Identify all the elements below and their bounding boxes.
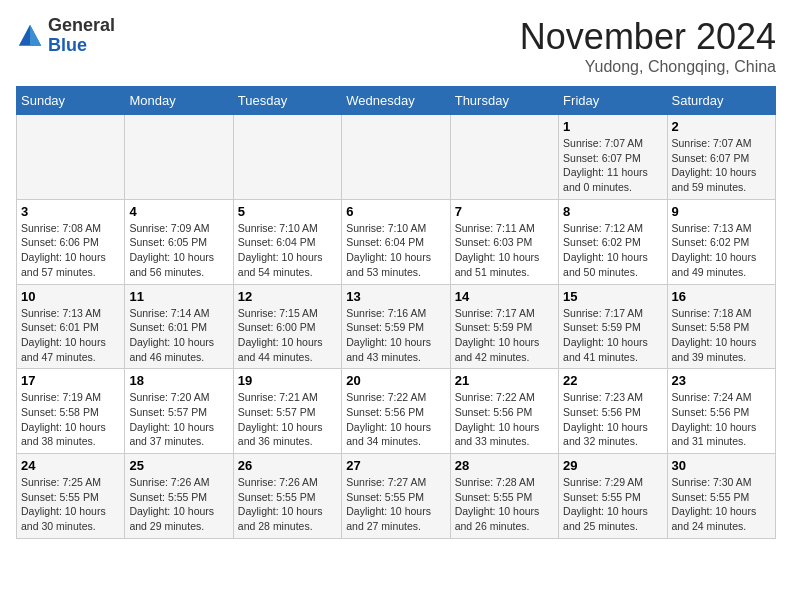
day-info: Sunrise: 7:21 AM Sunset: 5:57 PM Dayligh… bbox=[238, 390, 337, 449]
day-number: 27 bbox=[346, 458, 445, 473]
day-number: 19 bbox=[238, 373, 337, 388]
day-number: 7 bbox=[455, 204, 554, 219]
day-info: Sunrise: 7:10 AM Sunset: 6:04 PM Dayligh… bbox=[238, 221, 337, 280]
day-cell bbox=[450, 115, 558, 200]
day-number: 23 bbox=[672, 373, 771, 388]
month-title: November 2024 bbox=[520, 16, 776, 58]
day-info: Sunrise: 7:15 AM Sunset: 6:00 PM Dayligh… bbox=[238, 306, 337, 365]
day-info: Sunrise: 7:13 AM Sunset: 6:01 PM Dayligh… bbox=[21, 306, 120, 365]
logo-icon bbox=[16, 22, 44, 50]
day-info: Sunrise: 7:07 AM Sunset: 6:07 PM Dayligh… bbox=[563, 136, 662, 195]
day-cell bbox=[342, 115, 450, 200]
week-row-5: 24Sunrise: 7:25 AM Sunset: 5:55 PM Dayli… bbox=[17, 454, 776, 539]
weekday-header-tuesday: Tuesday bbox=[233, 87, 341, 115]
day-info: Sunrise: 7:22 AM Sunset: 5:56 PM Dayligh… bbox=[455, 390, 554, 449]
day-info: Sunrise: 7:17 AM Sunset: 5:59 PM Dayligh… bbox=[563, 306, 662, 365]
weekday-header-row: SundayMondayTuesdayWednesdayThursdayFrid… bbox=[17, 87, 776, 115]
day-cell: 29Sunrise: 7:29 AM Sunset: 5:55 PM Dayli… bbox=[559, 454, 667, 539]
day-number: 10 bbox=[21, 289, 120, 304]
day-cell: 1Sunrise: 7:07 AM Sunset: 6:07 PM Daylig… bbox=[559, 115, 667, 200]
day-cell: 28Sunrise: 7:28 AM Sunset: 5:55 PM Dayli… bbox=[450, 454, 558, 539]
day-number: 20 bbox=[346, 373, 445, 388]
day-cell: 8Sunrise: 7:12 AM Sunset: 6:02 PM Daylig… bbox=[559, 199, 667, 284]
day-cell: 12Sunrise: 7:15 AM Sunset: 6:00 PM Dayli… bbox=[233, 284, 341, 369]
day-number: 29 bbox=[563, 458, 662, 473]
location: Yudong, Chongqing, China bbox=[520, 58, 776, 76]
day-info: Sunrise: 7:11 AM Sunset: 6:03 PM Dayligh… bbox=[455, 221, 554, 280]
day-info: Sunrise: 7:09 AM Sunset: 6:05 PM Dayligh… bbox=[129, 221, 228, 280]
week-row-4: 17Sunrise: 7:19 AM Sunset: 5:58 PM Dayli… bbox=[17, 369, 776, 454]
day-number: 8 bbox=[563, 204, 662, 219]
day-info: Sunrise: 7:22 AM Sunset: 5:56 PM Dayligh… bbox=[346, 390, 445, 449]
day-number: 22 bbox=[563, 373, 662, 388]
day-cell: 18Sunrise: 7:20 AM Sunset: 5:57 PM Dayli… bbox=[125, 369, 233, 454]
day-info: Sunrise: 7:16 AM Sunset: 5:59 PM Dayligh… bbox=[346, 306, 445, 365]
weekday-header-saturday: Saturday bbox=[667, 87, 775, 115]
day-number: 14 bbox=[455, 289, 554, 304]
weekday-header-friday: Friday bbox=[559, 87, 667, 115]
day-info: Sunrise: 7:25 AM Sunset: 5:55 PM Dayligh… bbox=[21, 475, 120, 534]
day-number: 16 bbox=[672, 289, 771, 304]
day-number: 30 bbox=[672, 458, 771, 473]
day-number: 6 bbox=[346, 204, 445, 219]
day-info: Sunrise: 7:13 AM Sunset: 6:02 PM Dayligh… bbox=[672, 221, 771, 280]
day-cell: 4Sunrise: 7:09 AM Sunset: 6:05 PM Daylig… bbox=[125, 199, 233, 284]
day-info: Sunrise: 7:26 AM Sunset: 5:55 PM Dayligh… bbox=[238, 475, 337, 534]
day-info: Sunrise: 7:10 AM Sunset: 6:04 PM Dayligh… bbox=[346, 221, 445, 280]
day-cell: 27Sunrise: 7:27 AM Sunset: 5:55 PM Dayli… bbox=[342, 454, 450, 539]
weekday-header-thursday: Thursday bbox=[450, 87, 558, 115]
day-number: 18 bbox=[129, 373, 228, 388]
day-cell: 26Sunrise: 7:26 AM Sunset: 5:55 PM Dayli… bbox=[233, 454, 341, 539]
day-cell: 14Sunrise: 7:17 AM Sunset: 5:59 PM Dayli… bbox=[450, 284, 558, 369]
calendar-table: SundayMondayTuesdayWednesdayThursdayFrid… bbox=[16, 86, 776, 539]
svg-marker-1 bbox=[30, 25, 41, 46]
logo-general: General bbox=[48, 16, 115, 36]
day-number: 12 bbox=[238, 289, 337, 304]
weekday-header-wednesday: Wednesday bbox=[342, 87, 450, 115]
day-cell: 19Sunrise: 7:21 AM Sunset: 5:57 PM Dayli… bbox=[233, 369, 341, 454]
day-cell: 16Sunrise: 7:18 AM Sunset: 5:58 PM Dayli… bbox=[667, 284, 775, 369]
day-cell: 24Sunrise: 7:25 AM Sunset: 5:55 PM Dayli… bbox=[17, 454, 125, 539]
day-number: 1 bbox=[563, 119, 662, 134]
day-cell: 2Sunrise: 7:07 AM Sunset: 6:07 PM Daylig… bbox=[667, 115, 775, 200]
logo-blue: Blue bbox=[48, 36, 115, 56]
day-cell: 22Sunrise: 7:23 AM Sunset: 5:56 PM Dayli… bbox=[559, 369, 667, 454]
day-cell: 15Sunrise: 7:17 AM Sunset: 5:59 PM Dayli… bbox=[559, 284, 667, 369]
weekday-header-monday: Monday bbox=[125, 87, 233, 115]
day-cell: 17Sunrise: 7:19 AM Sunset: 5:58 PM Dayli… bbox=[17, 369, 125, 454]
day-number: 9 bbox=[672, 204, 771, 219]
day-info: Sunrise: 7:20 AM Sunset: 5:57 PM Dayligh… bbox=[129, 390, 228, 449]
week-row-3: 10Sunrise: 7:13 AM Sunset: 6:01 PM Dayli… bbox=[17, 284, 776, 369]
week-row-1: 1Sunrise: 7:07 AM Sunset: 6:07 PM Daylig… bbox=[17, 115, 776, 200]
day-number: 11 bbox=[129, 289, 228, 304]
weekday-header-sunday: Sunday bbox=[17, 87, 125, 115]
day-cell: 3Sunrise: 7:08 AM Sunset: 6:06 PM Daylig… bbox=[17, 199, 125, 284]
day-cell bbox=[233, 115, 341, 200]
day-cell: 5Sunrise: 7:10 AM Sunset: 6:04 PM Daylig… bbox=[233, 199, 341, 284]
day-cell: 23Sunrise: 7:24 AM Sunset: 5:56 PM Dayli… bbox=[667, 369, 775, 454]
title-block: November 2024 Yudong, Chongqing, China bbox=[520, 16, 776, 76]
day-number: 15 bbox=[563, 289, 662, 304]
day-number: 28 bbox=[455, 458, 554, 473]
day-info: Sunrise: 7:18 AM Sunset: 5:58 PM Dayligh… bbox=[672, 306, 771, 365]
day-number: 2 bbox=[672, 119, 771, 134]
day-cell: 25Sunrise: 7:26 AM Sunset: 5:55 PM Dayli… bbox=[125, 454, 233, 539]
day-info: Sunrise: 7:24 AM Sunset: 5:56 PM Dayligh… bbox=[672, 390, 771, 449]
day-info: Sunrise: 7:27 AM Sunset: 5:55 PM Dayligh… bbox=[346, 475, 445, 534]
day-cell: 9Sunrise: 7:13 AM Sunset: 6:02 PM Daylig… bbox=[667, 199, 775, 284]
day-number: 3 bbox=[21, 204, 120, 219]
day-info: Sunrise: 7:29 AM Sunset: 5:55 PM Dayligh… bbox=[563, 475, 662, 534]
day-cell: 11Sunrise: 7:14 AM Sunset: 6:01 PM Dayli… bbox=[125, 284, 233, 369]
day-cell: 7Sunrise: 7:11 AM Sunset: 6:03 PM Daylig… bbox=[450, 199, 558, 284]
day-cell: 20Sunrise: 7:22 AM Sunset: 5:56 PM Dayli… bbox=[342, 369, 450, 454]
day-number: 24 bbox=[21, 458, 120, 473]
page-header: General Blue November 2024 Yudong, Chong… bbox=[16, 16, 776, 76]
day-number: 26 bbox=[238, 458, 337, 473]
day-number: 17 bbox=[21, 373, 120, 388]
day-cell: 13Sunrise: 7:16 AM Sunset: 5:59 PM Dayli… bbox=[342, 284, 450, 369]
day-info: Sunrise: 7:14 AM Sunset: 6:01 PM Dayligh… bbox=[129, 306, 228, 365]
day-info: Sunrise: 7:07 AM Sunset: 6:07 PM Dayligh… bbox=[672, 136, 771, 195]
day-info: Sunrise: 7:17 AM Sunset: 5:59 PM Dayligh… bbox=[455, 306, 554, 365]
day-cell bbox=[125, 115, 233, 200]
day-cell: 30Sunrise: 7:30 AM Sunset: 5:55 PM Dayli… bbox=[667, 454, 775, 539]
